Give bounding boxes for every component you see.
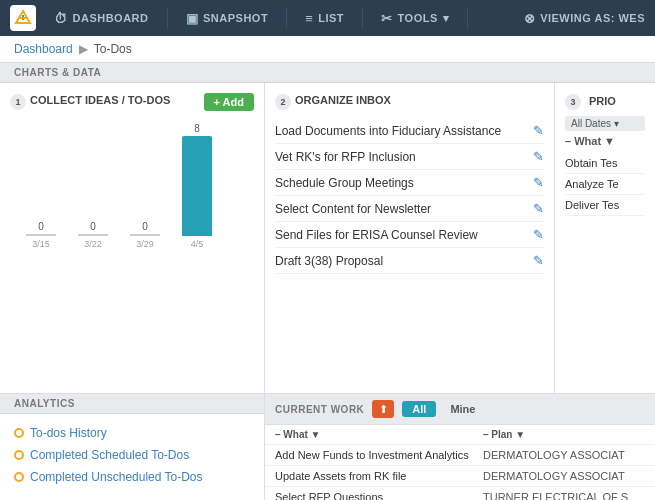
- nav-list[interactable]: ≡ LIST: [305, 11, 344, 26]
- analytics-label: Completed Unscheduled To-Dos: [30, 470, 203, 484]
- current-work-header: CURRENT WORK ⬆ All Mine: [265, 394, 655, 425]
- breadcrumb-parent[interactable]: Dashboard: [14, 42, 73, 56]
- work-what-cell: Add New Funds to Investment Analytics: [275, 449, 475, 461]
- snapshot-icon: ▣: [186, 11, 199, 26]
- task-label: Send Files for ERISA Counsel Review: [275, 228, 478, 242]
- list-item: Deliver Tes: [565, 195, 645, 216]
- organize-panel-title: ORGANIZE INBOX: [295, 93, 391, 107]
- work-plan-cell: TURNER ELECTRICAL OF S: [483, 491, 645, 500]
- breadcrumb-current: To-Dos: [94, 42, 132, 56]
- priority-panel: 3 PRIO All Dates ▾ – What ▼ Obtain Tes A…: [555, 83, 655, 393]
- table-row: Add New Funds to Investment Analytics DE…: [265, 445, 655, 466]
- nav-divider: [167, 8, 168, 28]
- list-icon: ≡: [305, 11, 313, 26]
- date-filter[interactable]: All Dates ▾: [565, 116, 645, 131]
- current-work-section: CURRENT WORK ⬆ All Mine – What ▼ – Plan …: [265, 394, 655, 500]
- chart-col-1: 0 3/15: [15, 221, 67, 249]
- chevron-down-icon: ▾: [443, 12, 450, 25]
- task-label: Draft 3(38) Proposal: [275, 254, 383, 268]
- edit-icon[interactable]: ✎: [533, 253, 544, 268]
- chart-col-2: 0 3/22: [67, 221, 119, 249]
- bar-label-2: 0: [142, 221, 148, 232]
- task-label: Select Content for Newsletter: [275, 202, 431, 216]
- upload-icon: ⬆: [372, 400, 394, 418]
- bar-chart: 0 3/15 0 3/22 0 3/29 8 4/5: [10, 119, 254, 249]
- nav-dashboard[interactable]: ⏱ DASHBOARD: [54, 11, 149, 26]
- add-button[interactable]: + Add: [204, 93, 254, 111]
- charts-data-header: CHARTS & DATA: [0, 63, 655, 83]
- list-item: Select Content for Newsletter ✎: [275, 196, 544, 222]
- tab-all[interactable]: All: [402, 401, 436, 417]
- collect-panel: 1 COLLECT IDEAS / TO-DOs + Add 0 3/15 0 …: [0, 83, 265, 393]
- list-item[interactable]: Completed Scheduled To-Dos: [14, 444, 250, 466]
- edit-icon[interactable]: ✎: [533, 175, 544, 190]
- tab-mine[interactable]: Mine: [440, 401, 485, 417]
- collect-panel-number: 1: [10, 94, 26, 110]
- work-table-header: – What ▼ – Plan ▼: [265, 425, 655, 445]
- work-plan-cell: DERMATOLOGY ASSOCIAT: [483, 470, 645, 482]
- table-row: Update Assets from RK file DERMATOLOGY A…: [265, 466, 655, 487]
- list-item: Draft 3(38) Proposal ✎: [275, 248, 544, 274]
- priority-panel-title: PRIO: [589, 94, 616, 108]
- circle-icon: [14, 472, 24, 482]
- top-navigation: ⏱ DASHBOARD ▣ SNAPSHOT ≡ LIST ✂ TOOLS ▾ …: [0, 0, 655, 36]
- nav-divider-4: [467, 8, 468, 28]
- bar-label-3: 8: [194, 123, 200, 134]
- table-row: Select RFP Questions TURNER ELECTRICAL O…: [265, 487, 655, 500]
- list-item: Obtain Tes: [565, 153, 645, 174]
- priority-panel-number: 3: [565, 94, 581, 110]
- edit-icon[interactable]: ✎: [533, 201, 544, 216]
- bar-2: [130, 234, 160, 236]
- tools-icon: ✂: [381, 11, 393, 26]
- chart-col-4: 8 4/5: [171, 123, 223, 249]
- what-column-header[interactable]: – What ▼: [275, 429, 475, 440]
- bar-3: [182, 136, 212, 236]
- nav-snapshot[interactable]: ▣ SNAPSHOT: [186, 11, 269, 26]
- bar-1: [78, 234, 108, 236]
- plan-column-header[interactable]: – Plan ▼: [483, 429, 645, 440]
- list-item: Analyze Te: [565, 174, 645, 195]
- dashboard-icon: ⏱: [54, 11, 68, 26]
- edit-icon[interactable]: ✎: [533, 149, 544, 164]
- work-plan-cell: DERMATOLOGY ASSOCIAT: [483, 449, 645, 461]
- analytics-label: To-dos History: [30, 426, 107, 440]
- bar-0: [26, 234, 56, 236]
- viewing-as-icon: ⊗: [524, 11, 536, 26]
- collect-panel-title: COLLECT IDEAS / TO-DOs: [30, 93, 170, 107]
- list-item: Load Documents into Fiduciary Assistance…: [275, 118, 544, 144]
- nav-viewing-as[interactable]: ⊗ VIEWING AS: WES: [524, 11, 645, 26]
- edit-icon[interactable]: ✎: [533, 227, 544, 242]
- bar-date-0: 3/15: [32, 239, 50, 249]
- organize-panel: 2 ORGANIZE INBOX Load Documents into Fid…: [265, 83, 555, 393]
- task-label: Vet RK's for RFP Inclusion: [275, 150, 416, 164]
- circle-icon: [14, 450, 24, 460]
- list-item[interactable]: To-dos History: [14, 422, 250, 444]
- collect-panel-header: 1 COLLECT IDEAS / TO-DOs + Add: [10, 93, 254, 111]
- bar-label-1: 0: [90, 221, 96, 232]
- nav-divider-3: [362, 8, 363, 28]
- task-list: Load Documents into Fiduciary Assistance…: [275, 118, 544, 274]
- task-label: Load Documents into Fiduciary Assistance: [275, 124, 501, 138]
- app-logo: [10, 5, 36, 31]
- analytics-label: Completed Scheduled To-Dos: [30, 448, 189, 462]
- list-item[interactable]: Completed Unscheduled To-Dos: [14, 466, 250, 488]
- breadcrumb: Dashboard ▶ To-Dos: [0, 36, 655, 63]
- nav-divider-2: [286, 8, 287, 28]
- bottom-section: ANALYTICS To-dos History Completed Sched…: [0, 393, 655, 500]
- circle-icon: [14, 428, 24, 438]
- analytics-header: ANALYTICS: [0, 394, 264, 414]
- organize-panel-number: 2: [275, 94, 291, 110]
- current-work-title: CURRENT WORK: [275, 404, 364, 415]
- bar-date-2: 3/29: [136, 239, 154, 249]
- list-item: Send Files for ERISA Counsel Review ✎: [275, 222, 544, 248]
- chart-col-3: 0 3/29: [119, 221, 171, 249]
- work-what-cell: Select RFP Questions: [275, 491, 475, 500]
- nav-tools[interactable]: ✂ TOOLS ▾: [381, 11, 449, 26]
- what-filter[interactable]: – What ▼: [565, 135, 645, 147]
- edit-icon[interactable]: ✎: [533, 123, 544, 138]
- bar-label-0: 0: [38, 221, 44, 232]
- analytics-list: To-dos History Completed Scheduled To-Do…: [0, 414, 264, 496]
- work-what-cell: Update Assets from RK file: [275, 470, 475, 482]
- breadcrumb-arrow: ▶: [79, 42, 88, 56]
- bar-date-3: 4/5: [191, 239, 204, 249]
